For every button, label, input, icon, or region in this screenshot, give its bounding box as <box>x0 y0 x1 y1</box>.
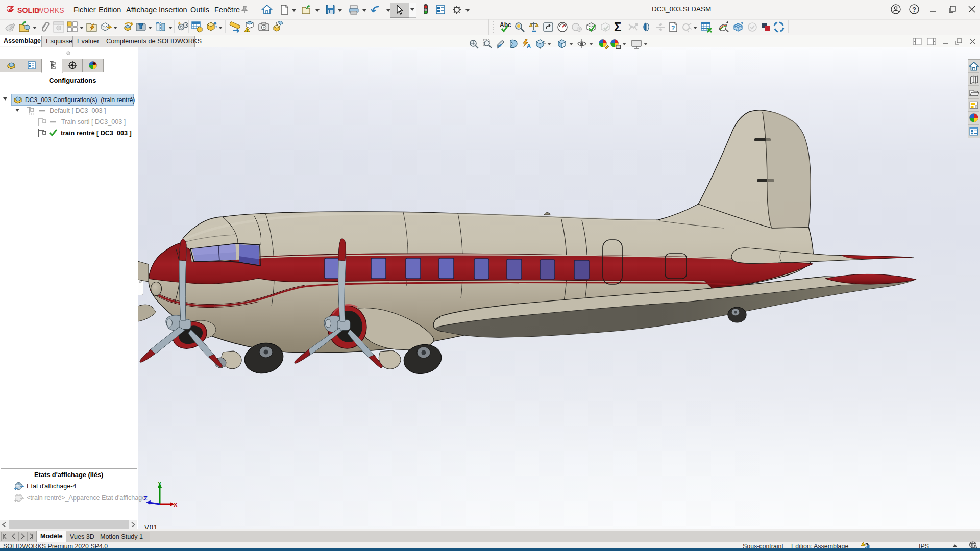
svg-text:Σ: Σ <box>614 20 621 34</box>
svg-text:Y: Y <box>158 481 162 487</box>
svg-text:Z: Z <box>144 495 148 502</box>
svg-text:?: ? <box>912 6 916 13</box>
svg-text:!: ! <box>247 28 248 33</box>
svg-text:SOLID: SOLID <box>17 6 39 14</box>
svg-text:!: ! <box>862 543 863 546</box>
svg-text:WORKS: WORKS <box>37 6 64 14</box>
svg-text:A: A <box>527 43 531 49</box>
svg-text:?: ? <box>671 24 675 32</box>
svg-text:X: X <box>174 502 178 508</box>
